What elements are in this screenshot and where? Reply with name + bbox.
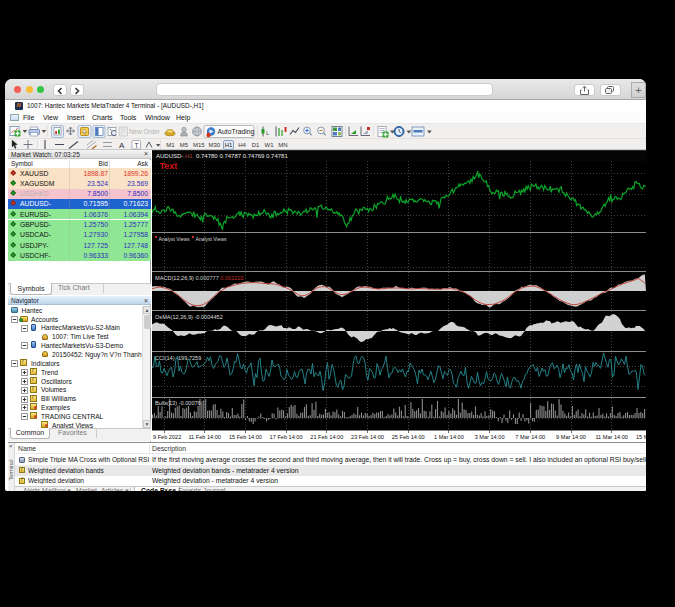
svg-text:15 Feb 14:00: 15 Feb 14:00 — [229, 434, 262, 440]
svg-text:7 Mar 14:00: 7 Mar 14:00 — [515, 434, 545, 440]
svg-text:L: L — [266, 130, 270, 136]
svg-text:9 Mar 14:00: 9 Mar 14:00 — [556, 434, 586, 440]
svg-text:A: A — [119, 141, 125, 150]
svg-text:AUDUSD-,H1 0.74780 0.74787 0.: AUDUSD-,H1 0.74780 0.74787 0.74769 0.747… — [156, 153, 288, 159]
svg-text:17 Feb 14:00: 17 Feb 14:00 — [270, 434, 303, 440]
svg-text:OsMA(12,26,9) -0.0004452: OsMA(12,26,9) -0.0004452 — [155, 314, 223, 320]
svg-text:T: T — [135, 142, 139, 149]
svg-text:23 Feb 14:00: 23 Feb 14:00 — [351, 434, 384, 440]
svg-text:New Order: New Order — [129, 128, 161, 135]
svg-text:25 Feb 14:00: 25 Feb 14:00 — [392, 434, 425, 440]
svg-text:AutoTrading: AutoTrading — [218, 128, 255, 136]
svg-text:15 Mar 14:00: 15 Mar 14:00 — [636, 434, 646, 440]
svg-text:1 Mar 14:00: 1 Mar 14:00 — [434, 434, 464, 440]
svg-text:CCI(14) -199.7259: CCI(14) -199.7259 — [155, 355, 201, 361]
svg-text:Bulls(13) -0.00076: Bulls(13) -0.00076 — [155, 400, 201, 406]
svg-text:21 Feb 14:00: 21 Feb 14:00 — [310, 434, 343, 440]
svg-text:11 Feb 14:00: 11 Feb 14:00 — [188, 434, 221, 440]
svg-text:Analyst Views: Analyst Views — [159, 236, 191, 242]
svg-text:Analyst Views: Analyst Views — [196, 236, 228, 242]
svg-text:MACD(12,26,9) 0.000777 0.00122: MACD(12,26,9) 0.000777 0.001222 — [155, 275, 244, 281]
svg-text:11 Mar 14:00: 11 Mar 14:00 — [595, 434, 628, 440]
svg-text:Text: Text — [160, 161, 178, 171]
svg-text:3 Mar 14:00: 3 Mar 14:00 — [475, 434, 505, 440]
svg-text:9 Feb 2022: 9 Feb 2022 — [153, 434, 181, 440]
